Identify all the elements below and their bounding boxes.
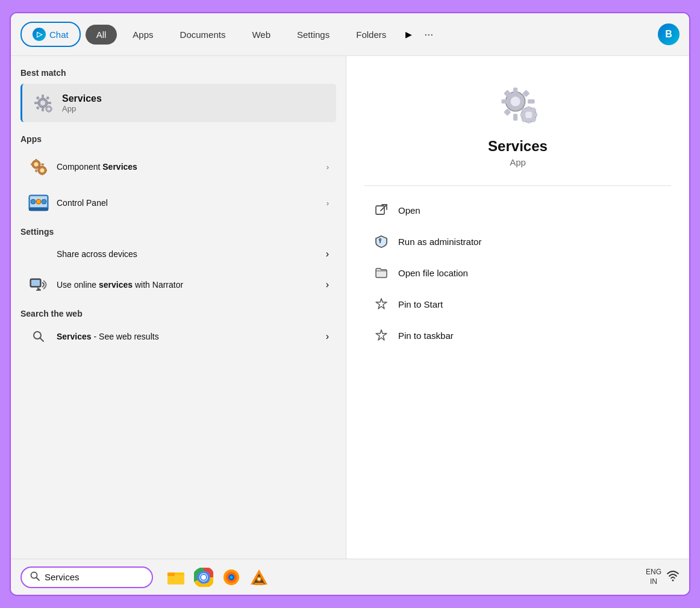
svg-marker-65 bbox=[376, 299, 387, 309]
pin-start-icon bbox=[374, 297, 389, 311]
tab-folders-label: Folders bbox=[356, 29, 386, 40]
action-pin-taskbar[interactable]: Pin to taskbar bbox=[364, 321, 671, 350]
tab-settings[interactable]: Settings bbox=[286, 25, 340, 45]
apps-section-label: Apps bbox=[20, 134, 336, 144]
main-content: Best match bbox=[11, 56, 689, 559]
action-pin-start[interactable]: Pin to Start bbox=[364, 290, 671, 318]
right-panel: Services App Open bbox=[346, 56, 689, 559]
svg-rect-31 bbox=[29, 208, 48, 211]
component-services-chevron: › bbox=[327, 163, 329, 172]
file-explorer-icon[interactable] bbox=[165, 566, 187, 588]
svg-rect-6 bbox=[36, 96, 40, 100]
svg-rect-55 bbox=[520, 113, 525, 116]
tab-documents-label: Documents bbox=[180, 29, 226, 40]
more-button[interactable]: ··· bbox=[420, 25, 437, 45]
svg-marker-66 bbox=[376, 330, 387, 340]
control-panel-item[interactable]: Control Panel › bbox=[20, 186, 336, 220]
svg-rect-56 bbox=[532, 113, 537, 116]
svg-rect-15 bbox=[51, 108, 53, 110]
svg-rect-13 bbox=[48, 111, 49, 113]
svg-rect-61 bbox=[376, 206, 384, 214]
chrome-icon[interactable] bbox=[193, 566, 214, 588]
svg-rect-22 bbox=[42, 164, 45, 166]
tab-all[interactable]: All bbox=[86, 25, 117, 45]
control-panel-label: Control Panel bbox=[57, 198, 319, 208]
action-run-admin-label: Run as administrator bbox=[398, 237, 481, 247]
search-window: ▷ Chat All Apps Documents Web Settings F… bbox=[10, 12, 690, 596]
svg-point-79 bbox=[230, 575, 233, 579]
action-open-file-location[interactable]: Open file location bbox=[364, 258, 671, 287]
narrator-services-item[interactable]: Use online services with Narrator › bbox=[20, 268, 336, 302]
play-button[interactable]: ▶ bbox=[402, 26, 416, 43]
narrator-chevron: › bbox=[326, 279, 329, 290]
best-match-sub: App bbox=[62, 104, 102, 113]
search-input[interactable] bbox=[45, 572, 143, 582]
taskbar: ENGIN bbox=[11, 559, 689, 595]
web-search-chevron: › bbox=[326, 331, 329, 342]
tab-apps-label: Apps bbox=[133, 29, 153, 40]
best-match-item[interactable]: Services App bbox=[20, 84, 336, 122]
action-list: Open Run as administrator bbox=[364, 196, 671, 350]
svg-point-18 bbox=[34, 163, 39, 167]
tab-chat-label: Chat bbox=[49, 29, 69, 40]
control-panel-icon bbox=[28, 192, 49, 214]
web-search-item[interactable]: Services - See web results › bbox=[20, 324, 336, 349]
action-open-file-location-label: Open file location bbox=[398, 268, 468, 278]
narrator-services-label: Use online services with Narrator bbox=[57, 280, 319, 290]
best-match-info: Services App bbox=[62, 93, 102, 113]
sys-tray: ENGIN bbox=[646, 568, 680, 586]
svg-point-75 bbox=[201, 575, 206, 580]
right-divider bbox=[364, 185, 671, 186]
action-open-label: Open bbox=[398, 205, 420, 216]
action-pin-start-label: Pin to Start bbox=[398, 299, 443, 309]
svg-rect-36 bbox=[31, 280, 40, 286]
svg-rect-71 bbox=[167, 572, 175, 576]
svg-rect-12 bbox=[48, 105, 49, 108]
firefox-icon[interactable] bbox=[220, 566, 242, 588]
svg-point-33 bbox=[36, 199, 41, 204]
tab-web[interactable]: Web bbox=[241, 25, 281, 45]
svg-rect-8 bbox=[36, 106, 40, 110]
svg-rect-45 bbox=[501, 99, 508, 104]
bing-icon[interactable]: B bbox=[658, 23, 680, 45]
svg-rect-38 bbox=[36, 290, 41, 291]
narrator-icon bbox=[28, 274, 49, 296]
share-across-devices-item[interactable]: Share across devices › bbox=[20, 243, 336, 265]
svg-point-84 bbox=[258, 578, 260, 580]
svg-point-85 bbox=[672, 580, 674, 582]
svg-rect-82 bbox=[254, 583, 264, 585]
svg-rect-70 bbox=[167, 575, 184, 585]
svg-rect-5 bbox=[48, 102, 51, 104]
tab-folders[interactable]: Folders bbox=[345, 25, 397, 45]
svg-rect-3 bbox=[42, 108, 44, 111]
vlc-icon[interactable] bbox=[248, 566, 270, 588]
action-run-admin[interactable]: Run as administrator bbox=[364, 227, 671, 256]
web-section-label: Search the web bbox=[20, 309, 336, 318]
component-services-item[interactable]: Component Services › bbox=[20, 150, 336, 184]
folder-icon bbox=[374, 265, 389, 280]
wifi-icon bbox=[666, 569, 680, 585]
action-pin-taskbar-label: Pin to taskbar bbox=[398, 330, 454, 341]
svg-rect-28 bbox=[45, 170, 47, 172]
search-box[interactable] bbox=[20, 566, 153, 588]
svg-rect-27 bbox=[37, 170, 40, 172]
svg-point-32 bbox=[31, 199, 36, 204]
tab-web-label: Web bbox=[252, 29, 270, 40]
settings-section-label: Settings bbox=[20, 227, 336, 237]
svg-rect-44 bbox=[513, 114, 517, 121]
svg-rect-19 bbox=[36, 159, 37, 162]
tab-chat[interactable]: ▷ Chat bbox=[20, 22, 81, 47]
svg-rect-54 bbox=[527, 118, 530, 123]
shield-icon bbox=[374, 234, 389, 249]
search-icon-small bbox=[28, 330, 49, 343]
svg-rect-43 bbox=[513, 87, 517, 95]
svg-point-11 bbox=[48, 108, 51, 111]
tab-apps[interactable]: Apps bbox=[122, 25, 164, 45]
tab-documents[interactable]: Documents bbox=[169, 25, 237, 45]
share-across-devices-label: Share across devices bbox=[57, 249, 319, 259]
svg-rect-26 bbox=[42, 173, 43, 175]
action-open[interactable]: Open bbox=[364, 196, 671, 225]
right-app-name: Services bbox=[488, 138, 548, 155]
tab-settings-label: Settings bbox=[297, 29, 330, 40]
svg-point-34 bbox=[42, 199, 46, 204]
